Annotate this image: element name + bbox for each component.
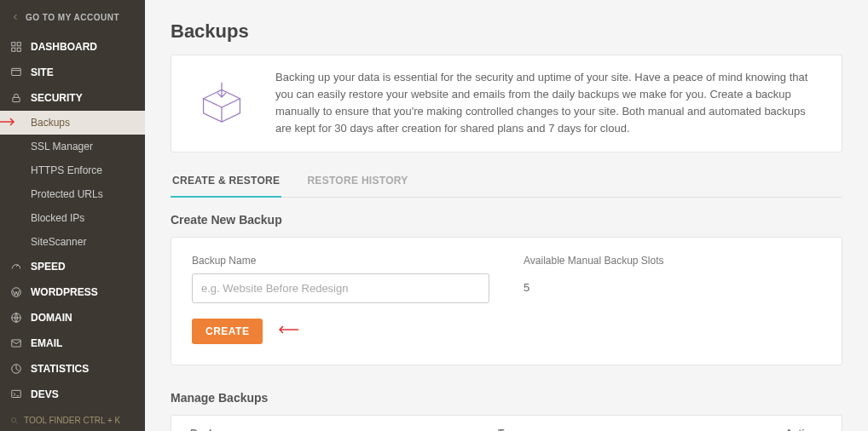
svg-rect-3 bbox=[17, 48, 20, 51]
intro-card: Backing up your data is essential for th… bbox=[171, 55, 842, 152]
col-header-actions: Actions bbox=[755, 428, 823, 431]
tool-finder[interactable]: TOOL FINDER CTRL + K bbox=[0, 407, 145, 431]
svg-rect-5 bbox=[13, 97, 20, 101]
subnav-label: HTTPS Enforce bbox=[31, 164, 102, 176]
nav-site[interactable]: SITE bbox=[0, 60, 145, 85]
nav-label: SECURITY bbox=[31, 92, 83, 104]
svg-point-11 bbox=[12, 417, 16, 422]
subnav-https-enforce[interactable]: HTTPS Enforce bbox=[0, 158, 145, 182]
nav-wordpress[interactable]: WORDPRESS bbox=[0, 279, 145, 305]
nav-email[interactable]: EMAIL bbox=[0, 330, 145, 356]
nav-dashboard[interactable]: DASHBOARD bbox=[0, 34, 145, 60]
subnav-label: Protected URLs bbox=[31, 188, 103, 200]
go-to-account-link[interactable]: GO TO MY ACCOUNT bbox=[0, 0, 145, 34]
subnav-label: SSL Manager bbox=[31, 141, 93, 152]
subnav-label: Blocked IPs bbox=[31, 212, 84, 224]
svg-rect-0 bbox=[12, 43, 15, 46]
tabs: CREATE & RESTORE RESTORE HISTORY bbox=[171, 166, 842, 198]
nav-devs[interactable]: DEVS bbox=[0, 382, 145, 407]
table-header: Backup Type Actions bbox=[171, 416, 842, 431]
subnav-sitescanner[interactable]: SiteScanner bbox=[0, 230, 145, 254]
col-header-type: Type bbox=[498, 428, 755, 431]
nav-label: EMAIL bbox=[31, 337, 62, 349]
arrow-left-icon bbox=[10, 12, 20, 22]
callout-arrow-icon bbox=[0, 117, 19, 129]
chart-icon bbox=[10, 363, 22, 375]
backup-name-input[interactable] bbox=[192, 273, 489, 303]
subnav-backups[interactable]: Backups bbox=[0, 111, 145, 135]
subnav-protected-urls[interactable]: Protected URLs bbox=[0, 182, 145, 206]
page-title: Backups bbox=[171, 20, 842, 43]
subnav-label: Backups bbox=[31, 117, 70, 129]
callout-arrow-icon bbox=[273, 325, 298, 337]
wordpress-icon bbox=[10, 286, 22, 298]
intro-text: Backing up your data is essential for th… bbox=[275, 69, 821, 138]
subnav-ssl-manager[interactable]: SSL Manager bbox=[0, 135, 145, 158]
nav-label: SPEED bbox=[31, 261, 66, 273]
tab-label: RESTORE HISTORY bbox=[307, 175, 408, 187]
tab-create-restore[interactable]: CREATE & RESTORE bbox=[171, 166, 281, 197]
subnav-blocked-ips[interactable]: Blocked IPs bbox=[0, 206, 145, 230]
slots-label: Available Manual Backup Slots bbox=[524, 255, 821, 267]
search-icon bbox=[10, 417, 19, 425]
tab-label: CREATE & RESTORE bbox=[172, 175, 280, 187]
col-header-backup: Backup bbox=[190, 428, 498, 431]
create-section-heading: Create New Backup bbox=[171, 213, 842, 227]
go-to-account-label: GO TO MY ACCOUNT bbox=[26, 13, 119, 22]
create-card: Backup Name Available Manual Backup Slot… bbox=[171, 237, 842, 365]
nav-domain[interactable]: DOMAIN bbox=[0, 305, 145, 330]
backup-name-label: Backup Name bbox=[192, 255, 489, 267]
mail-icon bbox=[10, 337, 22, 349]
gauge-icon bbox=[10, 261, 22, 273]
nav-label: STATISTICS bbox=[31, 363, 89, 375]
svg-rect-2 bbox=[12, 48, 15, 51]
svg-rect-4 bbox=[12, 68, 21, 75]
nav-label: DASHBOARD bbox=[31, 41, 97, 53]
nav-label: DOMAIN bbox=[31, 312, 72, 324]
manage-section-heading: Manage Backups bbox=[171, 391, 842, 405]
create-button[interactable]: CREATE bbox=[192, 319, 263, 344]
lock-icon bbox=[10, 92, 22, 104]
nav-label: DEVS bbox=[31, 388, 59, 400]
nav-statistics[interactable]: STATISTICS bbox=[0, 356, 145, 382]
subnav-label: SiteScanner bbox=[31, 236, 86, 248]
site-icon bbox=[10, 66, 22, 78]
tab-restore-history[interactable]: RESTORE HISTORY bbox=[305, 166, 409, 197]
svg-rect-1 bbox=[17, 43, 20, 46]
slots-value: 5 bbox=[524, 273, 821, 294]
nav-security[interactable]: SECURITY bbox=[0, 85, 145, 111]
svg-rect-8 bbox=[12, 340, 21, 347]
nav-speed[interactable]: SPEED bbox=[0, 254, 145, 279]
backups-table: Backup Type Actions 02/09/2020 NaN:16 Sy… bbox=[171, 415, 842, 431]
terminal-icon bbox=[10, 388, 22, 400]
globe-icon bbox=[10, 312, 22, 324]
nav-label: WORDPRESS bbox=[31, 286, 98, 298]
backup-box-icon bbox=[192, 77, 252, 130]
svg-rect-10 bbox=[12, 390, 21, 397]
tool-finder-label: TOOL FINDER CTRL + K bbox=[24, 416, 120, 425]
create-button-label: CREATE bbox=[205, 325, 249, 337]
dashboard-icon bbox=[10, 41, 22, 53]
nav-label: SITE bbox=[31, 66, 54, 78]
